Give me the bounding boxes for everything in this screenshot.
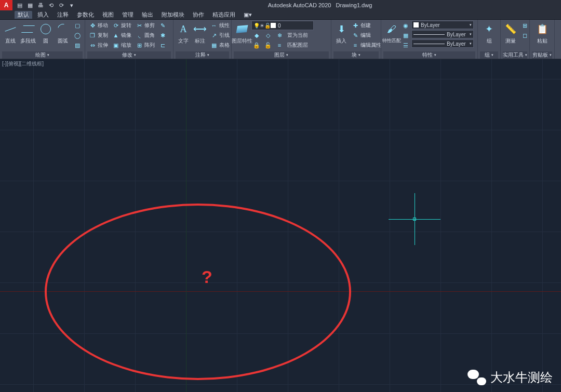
panel-modify: ✥移动 ❐复制 ⇔拉伸 ⟳旋转 ▲镜像 ▣缩放 ✂修剪 ◟圆角 ⊞阵列 ✎ ✱ … xyxy=(85,20,173,59)
matchprops-button[interactable]: 🖌 特性匹配 xyxy=(383,21,400,45)
panel-groups-title[interactable]: 组 xyxy=(480,51,498,59)
polyline-button[interactable]: 多段线 xyxy=(20,21,36,46)
text-button[interactable]: A 文字 xyxy=(176,21,191,46)
tab-view[interactable]: 视图 xyxy=(99,11,117,19)
qat-new-icon[interactable]: ▤ xyxy=(16,1,24,9)
lock-icon: 🔓 xyxy=(264,23,271,29)
layer-color-swatch xyxy=(271,23,276,28)
util-extra-2[interactable]: ◻ xyxy=(519,31,530,40)
circle-button[interactable]: 圆 xyxy=(37,21,54,46)
list-button[interactable]: ☰ xyxy=(401,40,410,50)
create-block-button[interactable]: ✚创建 xyxy=(350,21,383,30)
layerprops-button[interactable]: 图层特性 xyxy=(234,21,250,46)
layer-tool-4[interactable]: 🔒 xyxy=(251,40,262,50)
mirror-icon: ▲ xyxy=(112,32,119,39)
leader-button[interactable]: ↗引线 xyxy=(209,31,231,40)
qat-redo-icon[interactable]: ⟳ xyxy=(57,1,65,9)
copy-button[interactable]: ❐复制 xyxy=(87,31,110,40)
tab-addins[interactable]: 附加模块 xyxy=(158,11,188,19)
tab-featured[interactable]: 精选应用 xyxy=(209,11,238,19)
viewport-label[interactable]: [-][俯视][二维线框] xyxy=(2,60,44,67)
layer-tool-2[interactable]: ◇ xyxy=(263,31,273,40)
panel-clipboard-title[interactable]: 剪贴板 xyxy=(532,51,552,59)
fillet-button[interactable]: ◟圆角 xyxy=(134,31,156,40)
panel-annotation: A 文字 ⟷ 标注 ↔线性 ↗引线 ▦表格 注释 xyxy=(173,20,232,59)
matchlayer-button[interactable]: 匹配图层 xyxy=(286,40,310,50)
panel-annotation-title[interactable]: 注释 xyxy=(176,51,229,59)
transparency-button[interactable]: ▦ xyxy=(401,31,410,40)
setcurrent-button[interactable]: 置为当前 xyxy=(286,31,310,40)
stretch-icon: ⇔ xyxy=(89,42,96,49)
tab-insert[interactable]: 插入 xyxy=(34,11,52,19)
trim-button[interactable]: ✂修剪 xyxy=(134,21,156,30)
paste-button[interactable]: 📋 粘贴 xyxy=(532,21,552,46)
layer-state-icon: ≡ xyxy=(276,42,283,49)
attr-icon: ≡ xyxy=(352,42,359,49)
tab-output[interactable]: 输出 xyxy=(139,11,156,19)
lineweight-dropdown[interactable]: ByLayer xyxy=(411,30,474,38)
group-icon: ✦ xyxy=(482,22,497,36)
panel-properties-title[interactable]: 特性 xyxy=(383,51,475,59)
linear-icon: ↔ xyxy=(210,22,218,29)
util-extra-1[interactable]: ⊞ xyxy=(519,21,530,30)
layer-tool-6[interactable]: ≡ xyxy=(274,40,285,50)
watermark-text: 大水牛测绘 xyxy=(490,369,553,386)
line-label: 直线 xyxy=(5,37,16,45)
tab-default[interactable]: 默认 xyxy=(15,11,32,19)
measure-button[interactable]: 📏 测量 xyxy=(503,21,518,46)
dimension-button[interactable]: ⟷ 标注 xyxy=(192,21,208,46)
layer-tool-3[interactable]: ❄ xyxy=(274,31,285,40)
draw-extra-1[interactable]: ▢ xyxy=(72,21,83,30)
tab-overflow-icon[interactable]: ▣▾ xyxy=(241,11,255,18)
group-button[interactable]: ✦ 组 xyxy=(480,21,498,46)
modify-extra-3[interactable]: ⊏ xyxy=(157,40,168,50)
rotate-button[interactable]: ⟳旋转 xyxy=(111,21,133,30)
color-wheel-button[interactable]: ◉ xyxy=(401,21,410,30)
modify-extra-2[interactable]: ✱ xyxy=(157,31,168,40)
layers-icon xyxy=(235,22,249,36)
tab-annotate[interactable]: 注释 xyxy=(54,11,72,19)
color-dropdown[interactable]: ByLayer xyxy=(411,21,474,29)
layer-tool-1[interactable]: ◆ xyxy=(251,31,262,40)
draw-extra-3[interactable]: ▨ xyxy=(72,40,83,50)
array-button[interactable]: ⊞阵列 xyxy=(134,40,156,50)
line-button[interactable]: 直线 xyxy=(2,21,19,46)
edit-block-button[interactable]: ✎编辑 xyxy=(350,31,383,40)
panel-layers-title[interactable]: 图层 xyxy=(234,51,329,59)
leader-icon: ↗ xyxy=(210,32,218,39)
panel-block-title[interactable]: 块 xyxy=(333,51,379,59)
qat-undo-icon[interactable]: ⟲ xyxy=(47,1,55,9)
panel-draw-title[interactable]: 绘图 xyxy=(2,51,83,59)
modify-extra-1[interactable]: ✎ xyxy=(157,21,168,30)
tab-manage[interactable]: 管理 xyxy=(119,11,137,19)
fillet-icon: ◟ xyxy=(136,32,143,39)
tab-parametric[interactable]: 参数化 xyxy=(74,11,97,19)
circle-label: 圆 xyxy=(43,37,48,45)
linear-button[interactable]: ↔线性 xyxy=(209,21,231,30)
drawing-area[interactable]: [-][俯视][二维线框] ? 大水牛测绘 xyxy=(0,59,561,392)
bulb-icon: 💡 xyxy=(253,23,260,29)
matchprops-label: 特性匹配 xyxy=(382,37,401,44)
mirror-button[interactable]: ▲镜像 xyxy=(111,31,133,40)
arc-button[interactable]: 圆弧 xyxy=(55,21,71,46)
insert-block-button[interactable]: ⬇ 插入 xyxy=(333,21,349,46)
app-logo[interactable]: A xyxy=(0,0,12,10)
layer-dropdown[interactable]: 💡 ☀ 🔓 0 xyxy=(251,21,314,30)
move-button[interactable]: ✥移动 xyxy=(87,21,110,30)
qat-more-icon[interactable]: ▾ xyxy=(68,1,76,9)
linetype-dropdown[interactable]: ByLayer xyxy=(411,39,474,48)
tab-collaborate[interactable]: 协作 xyxy=(190,11,207,19)
stretch-button[interactable]: ⇔拉伸 xyxy=(87,40,110,50)
panel-modify-title[interactable]: 修改 xyxy=(87,51,171,59)
table-button[interactable]: ▦表格 xyxy=(209,40,231,50)
layer-tool-5[interactable]: 🔓 xyxy=(263,40,273,50)
quick-access-toolbar: ▤ ▦ 🖶 ⟲ ⟳ ▾ xyxy=(12,1,79,9)
scale-button[interactable]: ▣缩放 xyxy=(111,40,133,50)
qat-save-icon[interactable]: ▦ xyxy=(26,1,34,9)
editattr-button[interactable]: ≡编辑属性 xyxy=(350,40,383,50)
window-title: Autodesk AutoCAD 2020 Drawing1.dwg xyxy=(79,2,561,8)
draw-extra-2[interactable]: ◯ xyxy=(72,31,83,40)
qat-print-icon[interactable]: 🖶 xyxy=(36,1,45,9)
panel-utilities-title[interactable]: 实用工具 xyxy=(503,51,527,59)
paste-label: 粘贴 xyxy=(537,37,547,45)
